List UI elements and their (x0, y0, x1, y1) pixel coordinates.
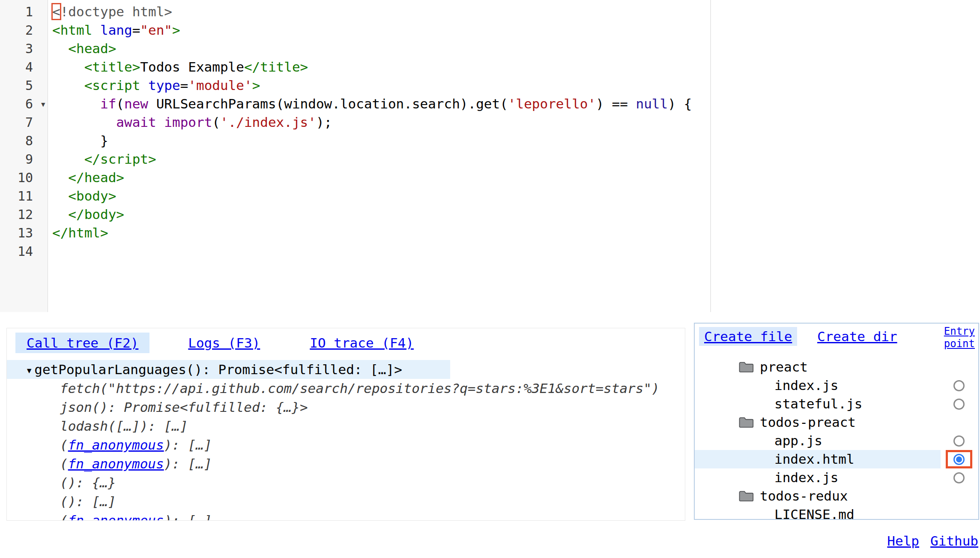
calltree-panel: Call tree (F2)Logs (F3)IO trace (F4) ▾ge… (6, 328, 685, 521)
clear-io-trace-button[interactable]: Clear IO trace (F6) (308, 528, 419, 558)
code-line-11[interactable]: <body> (48, 187, 980, 205)
line-number: 2 (0, 21, 48, 39)
help-link[interactable]: Help (887, 533, 919, 549)
radio-slot (946, 468, 972, 487)
file-name: app.js (774, 432, 822, 450)
entry-point-radio[interactable] (953, 454, 965, 465)
calltree-row[interactable]: lodash([…]): […] (7, 417, 685, 435)
code-line-4[interactable]: <title>Todos Example</title> (48, 58, 980, 76)
file-name: index.html (774, 450, 855, 468)
code-line-1[interactable]: <!doctype html> (48, 3, 980, 21)
status-bar: docs/examples/todos- preact/index.html C… (0, 525, 980, 558)
fn-anonymous-link[interactable]: fn_anonymous (68, 513, 164, 521)
code-line-12[interactable]: </body> (48, 205, 980, 224)
fold-arrow-icon[interactable]: ▾ (40, 95, 46, 114)
folder-row-todos-redux[interactable]: todos-redux (695, 487, 978, 505)
code-content[interactable]: <!doctype html><html lang="en"> <head> <… (48, 3, 980, 261)
line-number: 12 (0, 205, 48, 224)
line-number: 9 (0, 150, 48, 168)
calltree-row[interactable]: (): {…} (7, 473, 685, 492)
entry-point-radio[interactable] (953, 380, 965, 391)
panel-tabs: Call tree (F2)Logs (F3)IO trace (F4) (7, 328, 685, 360)
line-number: 1 (0, 3, 48, 21)
reopen-run-window-button[interactable]: (Re)open run window (F7) (493, 528, 645, 558)
entry-point-radio[interactable] (953, 472, 965, 483)
expand-arrow-icon[interactable]: ▾ (26, 363, 33, 377)
files-header: Create file Create dir Entry point (695, 324, 978, 357)
file-row-index.js[interactable]: index.js (695, 376, 978, 395)
leporello-app: 123456▾7891011121314 <!doctype html><htm… (0, 0, 980, 558)
line-number: 6▾ (0, 95, 48, 113)
line-number: 7 (0, 113, 48, 132)
folder-icon (738, 361, 754, 373)
folder-name: todos-redux (760, 487, 848, 505)
file-row-app.js[interactable]: app.js (695, 432, 978, 450)
tab-logs[interactable]: Logs (F3) (177, 333, 271, 353)
code-line-5[interactable]: <script type='module'> (48, 76, 980, 95)
line-number: 8 (0, 132, 48, 150)
code-line-7[interactable]: await import('./index.js'); (48, 113, 980, 132)
file-name: index.js (774, 376, 838, 395)
line-number: 13 (0, 224, 48, 242)
calltree-row[interactable]: json(): Promise<fulfilled: {…}> (7, 398, 685, 417)
calltree-row[interactable]: (): […] (7, 492, 685, 511)
create-dir-button[interactable]: Create dir (817, 329, 897, 344)
folder-row-preact[interactable]: preact (695, 358, 978, 376)
tab-call-tree[interactable]: Call tree (F2) (15, 333, 149, 353)
entry-point-highlight-box (946, 450, 972, 468)
file-row-LICENSE.md[interactable]: LICENSE.md (695, 505, 978, 520)
line-number: 3 (0, 39, 48, 58)
line-number: 11 (0, 187, 48, 205)
code-line-3[interactable]: <head> (48, 39, 980, 58)
file-rows: preactindex.jsstateful.jstodos-preactapp… (695, 358, 978, 520)
file-tree-panel: Create file Create dir Entry point preac… (694, 323, 979, 520)
code-line-8[interactable]: } (48, 132, 980, 150)
calltree-row[interactable]: (fn_anonymous): […] (7, 454, 685, 473)
calltree-rows: ▾getPopularLanguages(): Promise<fulfille… (7, 360, 685, 521)
file-row-stateful.js[interactable]: stateful.js (695, 395, 978, 413)
code-line-9[interactable]: </script> (48, 150, 980, 168)
code-editor[interactable]: 123456▾7891011121314 <!doctype html><htm… (0, 0, 980, 313)
calltree-row[interactable]: ▾getPopularLanguages(): Promise<fulfille… (7, 360, 450, 379)
code-line-6[interactable]: if(new URLSearchParams(window.location.s… (48, 95, 980, 113)
code-line-14[interactable] (48, 242, 980, 261)
current-file-path: docs/examples/todos- preact/index.html (3, 528, 163, 558)
radio-slot (946, 376, 972, 395)
entry-point-word-1: Entry (944, 325, 975, 337)
folder-name: todos-preact (760, 413, 856, 432)
line-number: 4 (0, 58, 48, 76)
github-link[interactable]: Github (930, 533, 978, 549)
folder-name: preact (760, 358, 808, 376)
calltree-row[interactable]: (fn_anonymous): […] (7, 435, 685, 454)
file-row-index.js[interactable]: index.js (695, 468, 978, 487)
folder-row-todos-preact[interactable]: todos-preact (695, 413, 978, 432)
folder-icon (738, 490, 754, 502)
fn-anonymous-link[interactable]: fn_anonymous (68, 437, 164, 453)
line-number-gutter: 123456▾7891011121314 (0, 0, 48, 312)
entry-point-column-label: Entry point (944, 325, 975, 350)
keyboard-mode-switcher: Standard VIM (730, 528, 843, 558)
tab-io-trace[interactable]: IO trace (F4) (299, 333, 425, 353)
radio-slot (946, 432, 972, 450)
line-number: 10 (0, 168, 48, 187)
create-file-button[interactable]: Create file (699, 327, 797, 346)
code-line-13[interactable]: </html> (48, 224, 980, 242)
line-number: 5 (0, 76, 48, 95)
entry-point-radio[interactable] (953, 435, 965, 447)
calltree-row[interactable]: (fn_anonymous): […] (7, 511, 685, 521)
line-number: 14 (0, 242, 48, 261)
file-name: index.js (774, 468, 838, 487)
file-name: stateful.js (774, 395, 862, 413)
entry-point-word-2: point (944, 338, 975, 350)
file-row-index.html[interactable]: index.html (695, 450, 978, 468)
code-line-2[interactable]: <html lang="en"> (48, 21, 980, 39)
file-name: LICENSE.md (774, 505, 855, 520)
code-line-10[interactable]: </head> (48, 168, 980, 187)
fn-anonymous-link[interactable]: fn_anonymous (68, 456, 164, 471)
radio-slot (946, 395, 972, 413)
calltree-row[interactable]: fetch("https://api.github.com/search/rep… (7, 379, 685, 398)
statusbar-links: Help Github (887, 533, 978, 549)
entry-point-radio[interactable] (953, 399, 965, 410)
folder-icon (738, 417, 754, 428)
